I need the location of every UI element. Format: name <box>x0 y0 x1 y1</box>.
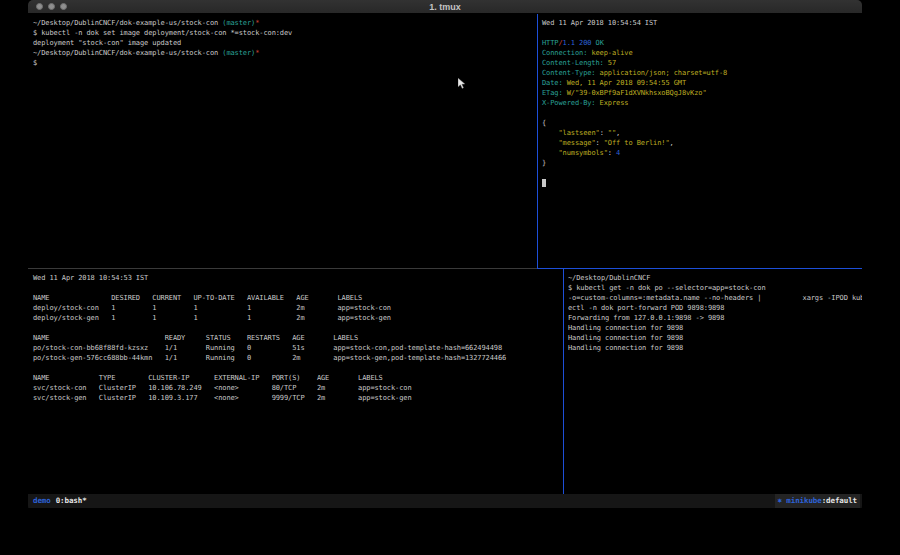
terminal-text-segment: deploy/stock-con 1 1 1 1 2m app=stock-co… <box>33 304 391 312</box>
terminal-line: } <box>542 158 862 168</box>
pane-divider-horizontal-right[interactable] <box>537 268 862 269</box>
status-right: ⎈ minikube:default <box>775 494 861 508</box>
mouse-pointer-icon <box>458 78 466 89</box>
terminal-line: { <box>542 118 862 128</box>
pane-kubectl-get[interactable]: Wed 11 Apr 2018 10:54:53 IST NAME DESIRE… <box>28 269 563 494</box>
terminal-text-segment: "lastseen" <box>558 129 599 137</box>
window-title: 1. tmux <box>28 1 862 14</box>
tmux-status-bar: demo 0:bash* ⎈ minikube:default <box>28 494 862 508</box>
terminal-line: deploy/stock-con 1 1 1 1 2m app=stock-co… <box>33 303 563 313</box>
terminal-text-segment: Forwarding from 127.0.0.1:9898 -> 9898 <box>568 314 724 322</box>
terminal-line: ~/Desktop/DublinCNCF/dok-example-us/stoc… <box>33 48 537 58</box>
terminal-line: "message": "Off to Berlin!", <box>542 138 862 148</box>
terminal-line: deployment "stock-con" image updated <box>33 38 537 48</box>
desktop: { "window": { "title": "1. tmux" }, "col… <box>0 0 900 555</box>
terminal-text-segment: (master) <box>222 19 255 27</box>
terminal-text-segment: Wed 11 Apr 2018 10:54:54 IST <box>542 19 657 27</box>
terminal-line <box>542 28 862 38</box>
terminal-line: Date: Wed, 11 Apr 2018 09:54:55 GMT <box>542 78 862 88</box>
terminal-line: deploy/stock-gen 1 1 1 1 2m app=stock-ge… <box>33 313 563 323</box>
terminal-line: $ <box>33 58 537 68</box>
terminal-text-segment <box>542 129 558 137</box>
terminal-line: Content-Length: 57 <box>542 58 862 68</box>
terminal-line: X-Powered-By: Express <box>542 98 862 108</box>
terminal-text-segment: (master) <box>222 49 255 57</box>
terminal-line: Forwarding from 127.0.0.1:9898 -> 9898 <box>568 313 862 323</box>
terminal-text-segment: "numsymbols" <box>558 149 607 157</box>
terminal-line <box>542 178 862 188</box>
terminal-text-segment: : <box>608 149 616 157</box>
pane-divider-horizontal-left[interactable] <box>28 268 537 269</box>
terminal-text-segment: svc/stock-gen ClusterIP 10.109.3.177 <no… <box>33 394 412 402</box>
terminal-text-segment: po/stock-gen-576cc688bb-44kmn 1/1 Runnin… <box>33 354 506 362</box>
terminal-line: $ kubectl -n dok set image deployment/st… <box>33 28 537 38</box>
terminal-text-segment: Handling connection for 9898 <box>568 344 683 352</box>
terminal-text-segment: application/json; charset=utf-8 <box>596 69 728 77</box>
terminal-text-segment: Date: <box>542 79 563 87</box>
terminal-text-segment: ~/Desktop/DublinCNCF/dok-example-us/stoc… <box>33 49 222 57</box>
terminal-line: po/stock-con-bb68f88fd-kzsxz 1/1 Running… <box>33 343 563 353</box>
pane-divider-vertical-top[interactable] <box>537 14 538 269</box>
terminal-line <box>33 283 563 293</box>
terminal-line: svc/stock-gen ClusterIP 10.109.3.177 <no… <box>33 393 563 403</box>
terminal-text-segment: HTTP <box>542 39 558 47</box>
terminal-text-segment: } <box>542 159 546 167</box>
terminal-text-segment <box>542 149 558 157</box>
terminal-line: ~/Desktop/DublinCNCF <box>568 273 862 283</box>
terminal-line: Wed 11 Apr 2018 10:54:53 IST <box>33 273 563 283</box>
terminal-text-segment: deployment "stock-con" image updated <box>33 39 181 47</box>
terminal-line: Handling connection for 9898 <box>568 333 862 343</box>
terminal-text-segment: Handling connection for 9898 <box>568 324 683 332</box>
pane-divider-vertical-bottom[interactable] <box>563 269 564 494</box>
terminal-line: ETag: W/"39-0xBPf9aF1dXVNkhsxoBQgJ8vKzo" <box>542 88 862 98</box>
terminal-line: ectl -n dok port-forward POD 9898:9898 <box>568 303 862 313</box>
terminal-line: HTTP/1.1 200 OK <box>542 38 862 48</box>
terminal-cursor <box>542 179 546 187</box>
terminal-line: NAME READY STATUS RESTARTS AGE LABELS <box>33 333 563 343</box>
terminal-text-segment: Express <box>596 99 629 107</box>
terminal-text-segment: ETag: <box>542 89 563 97</box>
terminal-text-segment: keep-alive <box>587 49 632 57</box>
terminal-text-segment: * <box>255 49 259 57</box>
terminal-text-segment <box>542 139 558 147</box>
terminal-line: NAME DESIRED CURRENT UP-TO-DATE AVAILABL… <box>33 293 563 303</box>
terminal-line: NAME TYPE CLUSTER-IP EXTERNAL-IP PORT(S)… <box>33 373 563 383</box>
terminal-line: $ kubectl get -n dok po --selector=app=s… <box>568 283 862 293</box>
terminal-text-segment: Connection: <box>542 49 587 57</box>
terminal-text-segment: Wed, 11 Apr 2018 09:54:55 GMT <box>563 79 686 87</box>
terminal-text-segment: NAME READY STATUS RESTARTS AGE LABELS <box>33 334 358 342</box>
terminal-text-segment: , <box>670 139 674 147</box>
terminal-text-segment: NAME DESIRED CURRENT UP-TO-DATE AVAILABL… <box>33 294 362 302</box>
terminal-text-segment: X-Powered-By: <box>542 99 596 107</box>
pane-port-forward[interactable]: ~/Desktop/DublinCNCF$ kubectl get -n dok… <box>564 269 862 494</box>
terminal-text-segment: $ kubectl get -n dok po --selector=app=s… <box>568 284 766 292</box>
terminal-text-segment: "Off to Berlin!" <box>604 139 670 147</box>
terminal-line <box>542 168 862 178</box>
terminal-line: Connection: keep-alive <box>542 48 862 58</box>
pane-http-response[interactable]: Wed 11 Apr 2018 10:54:54 IST HTTP/1.1 20… <box>538 14 862 268</box>
terminal-text-segment: svc/stock-con ClusterIP 10.106.78.249 <n… <box>33 384 412 392</box>
terminal-line: -o=custom-columns=:metadata.name --no-he… <box>568 293 862 303</box>
terminal-text-segment: : <box>600 129 608 137</box>
status-window-item[interactable]: 0:bash* <box>54 494 89 508</box>
terminal-text-segment: OK <box>596 39 604 47</box>
terminal-text-segment: Content-Length: <box>542 59 604 67</box>
terminal-text-segment: ectl -n dok port-forward POD 9898:9898 <box>568 304 724 312</box>
terminal-line <box>33 323 563 333</box>
terminal-text-segment: "message" <box>558 139 595 147</box>
terminal-line <box>542 108 862 118</box>
terminal-text-segment: { <box>542 119 546 127</box>
window-titlebar[interactable]: 1. tmux <box>28 0 862 14</box>
terminal-text-segment: 57 <box>604 59 616 67</box>
terminal-line: Handling connection for 9898 <box>568 343 862 353</box>
terminal-line: Content-Type: application/json; charset=… <box>542 68 862 78</box>
status-left: demo 0:bash* <box>30 494 89 508</box>
terminal-text-segment: po/stock-con-bb68f88fd-kzsxz 1/1 Running… <box>33 344 502 352</box>
terminal-text-segment: deploy/stock-gen 1 1 1 1 2m app=stock-ge… <box>33 314 391 322</box>
pane-shell-stock-con[interactable]: ~/Desktop/DublinCNCF/dok-example-us/stoc… <box>28 14 537 268</box>
terminal-text-segment: W/"39-0xBPf9aF1dXVNkhsxoBQgJ8vKzo" <box>563 89 707 97</box>
terminal-text-segment: ~/Desktop/DublinCNCF/dok-example-us/stoc… <box>33 19 222 27</box>
terminal-text-segment: $ kubectl -n dok set image deployment/st… <box>33 29 292 37</box>
terminal-text-segment: Wed 11 Apr 2018 10:54:53 IST <box>33 274 148 282</box>
terminal-text-segment: 4 <box>616 149 620 157</box>
